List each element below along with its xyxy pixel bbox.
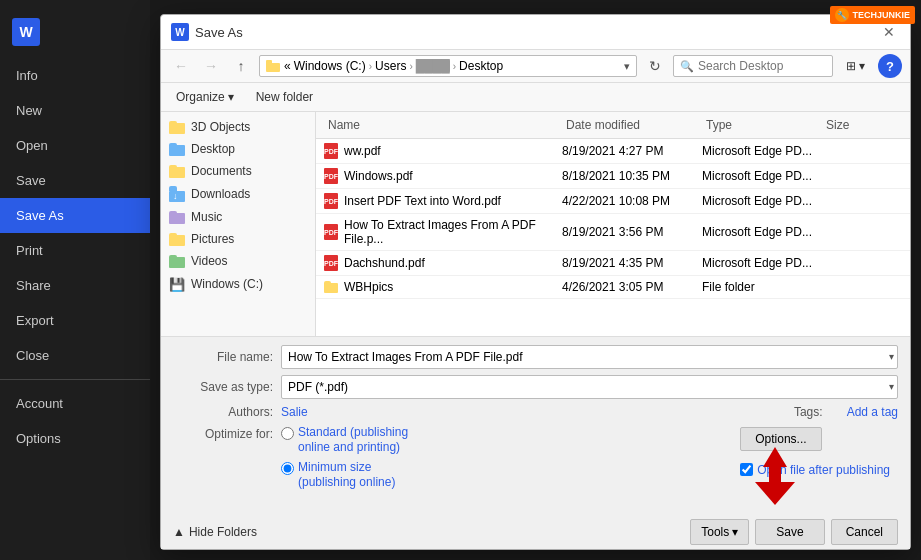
nav-item-documents[interactable]: Documents bbox=[161, 160, 315, 182]
table-row[interactable]: PDF Windows.pdf 8/18/2021 10:35 PM Micro… bbox=[316, 164, 910, 189]
word-logo-icon: W bbox=[12, 18, 40, 46]
forward-button[interactable]: → bbox=[199, 54, 223, 78]
organize-toolbar: Organize ▾ New folder bbox=[161, 83, 910, 112]
search-box: 🔍 bbox=[673, 55, 833, 77]
main-content: 🔧 TECHJUNKIE W Save As ✕ ← → ↑ « bbox=[150, 0, 921, 560]
bottom-form: File name: ▾ Save as type: PDF (*.pdf) ▾… bbox=[161, 336, 910, 511]
sidebar-item-save-as[interactable]: Save As bbox=[0, 198, 150, 233]
tools-dropdown-icon: ▾ bbox=[732, 525, 738, 539]
folder-icon bbox=[266, 60, 280, 72]
app-logo: W bbox=[0, 10, 150, 54]
optimize-label: Optimize for: bbox=[173, 425, 273, 441]
view-button[interactable]: ⊞ ▾ bbox=[839, 55, 872, 77]
sidebar-item-share[interactable]: Share bbox=[0, 268, 150, 303]
sidebar-item-open[interactable]: Open bbox=[0, 128, 150, 163]
radio-minimum: Minimum size(publishing online) bbox=[281, 460, 408, 491]
pdf-icon: PDF bbox=[324, 168, 338, 184]
action-buttons: Tools ▾ Save Cancel bbox=[690, 519, 898, 545]
nav-item-desktop[interactable]: Desktop bbox=[161, 138, 315, 160]
dialog-close-button[interactable]: ✕ bbox=[878, 21, 900, 43]
folder-file-icon bbox=[324, 281, 338, 293]
save-type-label: Save as type: bbox=[173, 380, 273, 394]
save-button[interactable]: Save bbox=[755, 519, 824, 545]
up-button[interactable]: ↑ bbox=[229, 54, 253, 78]
svg-rect-1 bbox=[266, 60, 272, 65]
folder-icon-downloads: ↓ bbox=[169, 186, 185, 202]
table-row[interactable]: PDF ww.pdf 8/19/2021 4:27 PM Microsoft E… bbox=[316, 139, 910, 164]
pdf-icon: PDF bbox=[324, 224, 338, 240]
new-folder-button[interactable]: New folder bbox=[249, 86, 320, 108]
save-type-wrap: PDF (*.pdf) ▾ bbox=[281, 375, 898, 399]
nav-item-pictures[interactable]: Pictures bbox=[161, 228, 315, 250]
back-button[interactable]: ← bbox=[169, 54, 193, 78]
sidebar-item-export[interactable]: Export bbox=[0, 303, 150, 338]
radio-standard-input[interactable] bbox=[281, 427, 294, 440]
radio-standard-label[interactable]: Standard (publishingonline and printing) bbox=[298, 425, 408, 456]
search-input[interactable] bbox=[698, 59, 826, 73]
file-name-label: File name: bbox=[173, 350, 273, 364]
address-dropdown-button[interactable]: ▾ bbox=[624, 60, 630, 73]
save-type-select[interactable]: PDF (*.pdf) bbox=[281, 375, 898, 399]
dialog-title: Save As bbox=[195, 25, 872, 40]
optimize-options: Standard (publishingonline and printing)… bbox=[281, 425, 408, 491]
save-as-dialog: W Save As ✕ ← → ↑ « Windows (C:) › Users bbox=[160, 14, 911, 550]
optimize-row: Optimize for: Standard (publishingonline… bbox=[173, 425, 732, 491]
save-type-row: Save as type: PDF (*.pdf) ▾ bbox=[173, 375, 898, 399]
nav-item-videos[interactable]: Videos bbox=[161, 250, 315, 272]
nav-item-music[interactable]: Music bbox=[161, 206, 315, 228]
authors-label: Authors: bbox=[173, 405, 273, 419]
help-button[interactable]: ? bbox=[878, 54, 902, 78]
optimize-options-row: Optimize for: Standard (publishingonline… bbox=[173, 425, 898, 499]
authors-tags-row: Authors: Salie Tags: Add a tag bbox=[173, 405, 898, 419]
radio-minimum-label[interactable]: Minimum size(publishing online) bbox=[298, 460, 395, 491]
file-name-row: File name: ▾ bbox=[173, 345, 898, 369]
sidebar-item-options[interactable]: Options bbox=[0, 421, 150, 456]
open-after-row: Open file after publishing bbox=[740, 463, 890, 477]
table-row[interactable]: PDF Insert PDF Text into Word.pdf 4/22/2… bbox=[316, 189, 910, 214]
hide-folders-icon: ▲ bbox=[173, 525, 185, 539]
folder-icon-videos bbox=[169, 255, 185, 268]
nav-item-windows-c[interactable]: 💾 Windows (C:) bbox=[161, 272, 315, 296]
sidebar-item-close[interactable]: Close bbox=[0, 338, 150, 373]
sidebar-item-print[interactable]: Print bbox=[0, 233, 150, 268]
folder-icon-pictures bbox=[169, 233, 185, 246]
view-icon: ⊞ bbox=[846, 59, 856, 73]
nav-item-3d-objects[interactable]: 3D Objects bbox=[161, 116, 315, 138]
sidebar-item-save[interactable]: Save bbox=[0, 163, 150, 198]
dialog-toolbar: ← → ↑ « Windows (C:) › Users › ████ › De… bbox=[161, 50, 910, 83]
drive-icon-windows: 💾 bbox=[169, 276, 185, 292]
radio-minimum-input[interactable] bbox=[281, 462, 294, 475]
sidebar-item-info[interactable]: Info bbox=[0, 58, 150, 93]
nav-item-downloads[interactable]: ↓ Downloads bbox=[161, 182, 315, 206]
dialog-titlebar: W Save As ✕ bbox=[161, 15, 910, 50]
file-name-wrap: ▾ bbox=[281, 345, 898, 369]
file-name-input[interactable] bbox=[281, 345, 898, 369]
pdf-icon: PDF bbox=[324, 193, 338, 209]
open-after-label[interactable]: Open file after publishing bbox=[757, 463, 890, 477]
refresh-button[interactable]: ↻ bbox=[643, 54, 667, 78]
address-path: « Windows (C:) › Users › ████ › Desktop bbox=[284, 59, 620, 73]
folder-icon-3d bbox=[169, 121, 185, 134]
file-list: Name Date modified Type Size PDF ww.pdf … bbox=[316, 112, 910, 336]
organize-button[interactable]: Organize ▾ bbox=[169, 86, 241, 108]
dialog-title-icon: W bbox=[171, 23, 189, 41]
table-row[interactable]: PDF Dachshund.pdf 8/19/2021 4:35 PM Micr… bbox=[316, 251, 910, 276]
add-tag-link[interactable]: Add a tag bbox=[847, 405, 898, 419]
techjunkie-icon: 🔧 bbox=[835, 8, 849, 22]
sidebar-item-new[interactable]: New bbox=[0, 93, 150, 128]
search-icon: 🔍 bbox=[680, 60, 694, 73]
action-bar: ▲ Hide Folders Tools ▾ Save Cancel bbox=[161, 511, 910, 549]
tools-button[interactable]: Tools ▾ bbox=[690, 519, 749, 545]
address-bar[interactable]: « Windows (C:) › Users › ████ › Desktop … bbox=[259, 55, 637, 77]
sidebar-item-account[interactable]: Account bbox=[0, 386, 150, 421]
options-button[interactable]: Options... bbox=[740, 427, 821, 451]
pdf-icon: PDF bbox=[324, 255, 338, 271]
table-row[interactable]: WBHpics 4/26/2021 3:05 PM File folder bbox=[316, 276, 910, 299]
open-after-checkbox[interactable] bbox=[740, 463, 753, 476]
cancel-button[interactable]: Cancel bbox=[831, 519, 898, 545]
left-nav: 3D Objects Desktop Documents ↓ Dow bbox=[161, 112, 316, 336]
options-checkbox-col: Options... Open file after publishing bbox=[740, 425, 890, 477]
hide-folders-button[interactable]: ▲ Hide Folders bbox=[173, 525, 257, 539]
radio-standard: Standard (publishingonline and printing) bbox=[281, 425, 408, 456]
table-row[interactable]: PDF How To Extract Images From A PDF Fil… bbox=[316, 214, 910, 251]
